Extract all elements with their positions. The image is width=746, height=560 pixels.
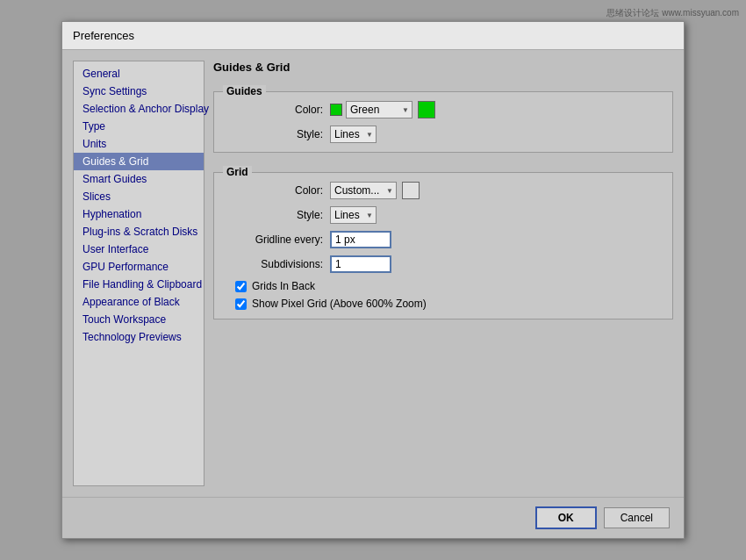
- gridline-label: Gridline every:: [226, 233, 323, 246]
- sidebar-item-technology-previews[interactable]: Technology Previews: [74, 328, 204, 346]
- subdivisions-row: Subdivisions:: [226, 255, 660, 273]
- sidebar-item-user-interface[interactable]: User Interface: [74, 241, 204, 258]
- grid-style-row: Style: Lines Dots: [226, 206, 660, 224]
- guides-style-select-wrapper: Lines Dots: [330, 126, 377, 143]
- subdivisions-label: Subdivisions:: [226, 258, 323, 270]
- sidebar-item-file-handling--clipboard[interactable]: File Handling & Clipboard: [74, 276, 204, 293]
- cancel-button[interactable]: Cancel: [604, 507, 670, 528]
- subdivisions-input[interactable]: [330, 255, 391, 273]
- gridline-row: Gridline every:: [226, 231, 660, 248]
- grid-group: Grid Color: Custom... Green Red Blue: [213, 172, 673, 319]
- guides-color-select[interactable]: Green Red Blue Custom...: [346, 101, 412, 118]
- gridline-input[interactable]: [330, 231, 391, 248]
- guides-color-row: Color: Green Red Blue Custom...: [226, 101, 660, 118]
- grid-style-select-wrapper: Lines Dots: [330, 206, 377, 224]
- sidebar-item-appearance-of-black[interactable]: Appearance of Black: [74, 293, 204, 311]
- grid-color-select-wrapper: Custom... Green Red Blue: [330, 182, 397, 199]
- content-area: Guides & Grid Guides Color: Green Red Bl…: [213, 61, 673, 486]
- sidebar-item-hyphenation[interactable]: Hyphenation: [74, 205, 204, 223]
- ok-button[interactable]: OK: [535, 506, 597, 529]
- grid-style-select[interactable]: Lines Dots: [330, 206, 377, 224]
- grid-group-label: Grid: [223, 166, 252, 178]
- grid-style-label: Style:: [226, 209, 323, 221]
- sidebar-item-selection--anchor-display[interactable]: Selection & Anchor Display: [74, 100, 204, 118]
- grids-in-back-checkbox[interactable]: [235, 281, 247, 292]
- dialog-titlebar: Preferences: [62, 22, 684, 50]
- sidebar-item-touch-workspace[interactable]: Touch Workspace: [74, 311, 204, 328]
- guides-style-select[interactable]: Lines Dots: [330, 126, 377, 143]
- section-title: Guides & Grid: [213, 61, 673, 74]
- preferences-dialog: Preferences GeneralSync SettingsSelectio…: [61, 21, 685, 539]
- sidebar-item-guides--grid[interactable]: Guides & Grid: [74, 153, 204, 170]
- guides-style-row: Style: Lines Dots: [226, 126, 660, 143]
- grid-color-row: Color: Custom... Green Red Blue: [226, 182, 660, 199]
- show-pixel-grid-checkbox[interactable]: [235, 298, 247, 310]
- grid-color-select[interactable]: Custom... Green Red Blue: [330, 182, 397, 199]
- watermark: 思绪设计论坛 www.missyuan.com: [606, 7, 739, 19]
- sidebar-item-plug-ins--scratch-disks[interactable]: Plug-ins & Scratch Disks: [74, 223, 204, 241]
- show-pixel-grid-label: Show Pixel Grid (Above 600% Zoom): [252, 298, 427, 310]
- grid-color-label: Color:: [226, 184, 323, 197]
- guides-color-inner-swatch: [330, 104, 342, 116]
- sidebar-item-slices[interactable]: Slices: [74, 188, 204, 205]
- dialog-body: GeneralSync SettingsSelection & Anchor D…: [62, 50, 684, 497]
- sidebar: GeneralSync SettingsSelection & Anchor D…: [73, 61, 204, 486]
- sidebar-item-smart-guides[interactable]: Smart Guides: [74, 170, 204, 188]
- guides-group-label: Guides: [223, 85, 266, 97]
- dialog-title: Preferences: [73, 29, 134, 42]
- grids-in-back-label: Grids In Back: [252, 280, 315, 292]
- guides-color-select-wrapper: Green Red Blue Custom...: [346, 101, 412, 118]
- grids-in-back-row: Grids In Back: [226, 280, 660, 292]
- sidebar-item-general[interactable]: General: [74, 65, 204, 83]
- sidebar-item-units[interactable]: Units: [74, 135, 204, 153]
- guides-group: Guides Color: Green Red Blue Custom...: [213, 91, 673, 153]
- guides-style-label: Style:: [226, 128, 323, 140]
- guides-color-label: Color:: [226, 104, 323, 116]
- sidebar-item-gpu-performance[interactable]: GPU Performance: [74, 258, 204, 276]
- grid-color-swatch: [402, 182, 420, 199]
- guides-color-swatch: [418, 101, 435, 118]
- show-pixel-grid-row: Show Pixel Grid (Above 600% Zoom): [226, 298, 660, 310]
- dialog-footer: OK Cancel: [62, 497, 684, 538]
- sidebar-item-sync-settings[interactable]: Sync Settings: [74, 83, 204, 100]
- sidebar-item-type[interactable]: Type: [74, 118, 204, 135]
